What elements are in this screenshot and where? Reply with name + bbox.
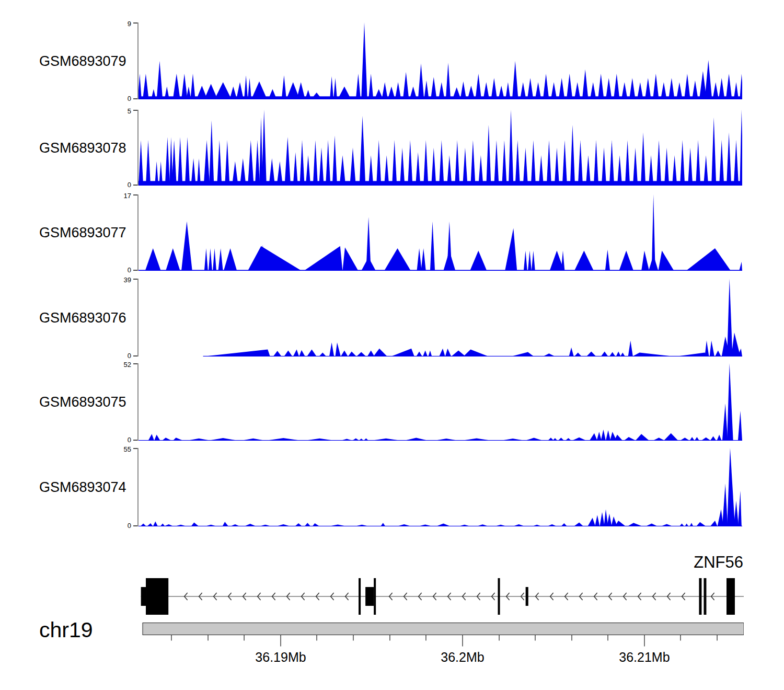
y-axis: 17 0 bbox=[105, 194, 139, 271]
y-axis-top-tick bbox=[133, 448, 137, 449]
chromosome-bar bbox=[143, 623, 744, 635]
y-axis-max-label: 17 bbox=[124, 192, 131, 199]
y-axis-zero-label: 0 bbox=[128, 522, 131, 529]
exon-block bbox=[526, 587, 528, 606]
y-axis-bottom-tick bbox=[133, 525, 137, 526]
y-axis-zero-label: 0 bbox=[128, 436, 131, 443]
coverage-track-row: GSM6893078 5 0 bbox=[0, 110, 784, 186]
coverage-area-plot bbox=[139, 363, 742, 441]
chromosome-ruler: chr19 36.19Mb36.2Mb36.21Mb bbox=[0, 606, 784, 685]
ruler-axis: 36.19Mb36.2Mb36.21Mb bbox=[139, 623, 744, 675]
coverage-track-row: GSM6893076 39 0 bbox=[0, 279, 784, 356]
y-axis-zero-label: 0 bbox=[128, 95, 131, 102]
y-axis-top-tick bbox=[133, 363, 137, 364]
coverage-track-row: GSM6893079 9 0 bbox=[0, 22, 784, 99]
coverage-track-row: GSM6893077 17 0 bbox=[0, 194, 784, 271]
y-axis-max-label: 5 bbox=[128, 108, 131, 114]
ruler-tick-label: 36.19Mb bbox=[255, 650, 306, 664]
y-axis: 52 0 bbox=[105, 363, 139, 441]
y-axis-zero-label: 0 bbox=[128, 352, 131, 359]
coverage-area-plot bbox=[139, 22, 742, 99]
y-axis-bottom-tick bbox=[133, 98, 137, 99]
coverage-area-plot bbox=[139, 448, 742, 526]
coverage-area-plot bbox=[139, 194, 742, 271]
coverage-area-plot bbox=[139, 110, 742, 186]
coverage-track-row: GSM6893075 52 0 bbox=[0, 363, 784, 441]
ruler-tick-label: 36.21Mb bbox=[619, 650, 670, 664]
y-axis-top-tick bbox=[133, 22, 137, 24]
genome-browser-figure: GSM6893079 9 0 GSM6893078 5 0 GSM6893077 bbox=[0, 0, 784, 690]
y-axis-zero-label: 0 bbox=[128, 267, 131, 273]
gene-name-label: ZNF56 bbox=[694, 553, 743, 572]
y-axis-bottom-tick bbox=[133, 185, 137, 186]
y-axis: 39 0 bbox=[105, 279, 139, 356]
ruler-tick-label: 36.2Mb bbox=[441, 650, 484, 664]
y-axis: 5 0 bbox=[105, 110, 139, 186]
y-axis-max-label: 9 bbox=[128, 20, 131, 27]
coverage-area-plot bbox=[139, 279, 742, 356]
y-axis-bottom-tick bbox=[133, 440, 137, 441]
y-axis-max-label: 39 bbox=[124, 277, 131, 283]
y-axis: 55 0 bbox=[105, 448, 139, 526]
chromosome-label: chr19 bbox=[39, 618, 93, 642]
y-axis-bottom-tick bbox=[133, 270, 137, 271]
y-axis: 9 0 bbox=[105, 22, 139, 99]
y-axis-bottom-tick bbox=[133, 355, 137, 356]
y-axis-top-tick bbox=[133, 279, 137, 280]
y-axis-top-tick bbox=[133, 194, 137, 196]
y-axis-top-tick bbox=[133, 110, 137, 111]
exon-block bbox=[141, 587, 146, 606]
coverage-track-row: GSM6893074 55 0 bbox=[0, 448, 784, 526]
exon-block bbox=[365, 587, 374, 606]
y-axis-max-label: 52 bbox=[124, 361, 131, 368]
y-axis-max-label: 55 bbox=[124, 446, 131, 453]
y-axis-zero-label: 0 bbox=[128, 181, 131, 188]
